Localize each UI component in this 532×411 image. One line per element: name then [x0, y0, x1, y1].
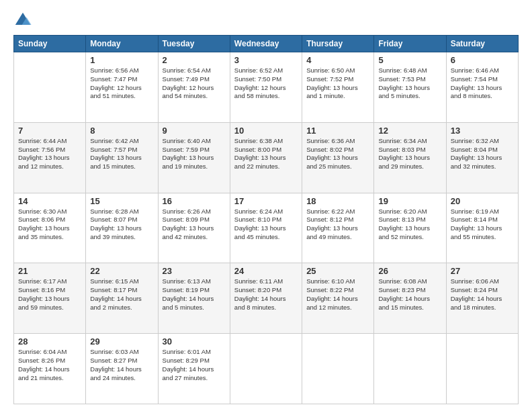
page: SundayMondayTuesdayWednesdayThursdayFrid… — [0, 0, 532, 411]
day-number: 11 — [306, 126, 369, 136]
day-info: Sunrise: 6:26 AM Sunset: 8:09 PM Dayligh… — [163, 208, 226, 242]
weekday-tuesday: Tuesday — [158, 36, 230, 52]
day-cell: 18Sunrise: 6:22 AM Sunset: 8:12 PM Dayli… — [302, 193, 374, 263]
day-number: 22 — [90, 266, 153, 276]
day-cell: 2Sunrise: 6:54 AM Sunset: 7:49 PM Daylig… — [158, 52, 230, 123]
day-number: 14 — [18, 196, 81, 206]
day-info: Sunrise: 6:30 AM Sunset: 8:06 PM Dayligh… — [18, 208, 81, 242]
day-info: Sunrise: 6:50 AM Sunset: 7:52 PM Dayligh… — [306, 66, 369, 101]
day-number: 16 — [163, 196, 226, 206]
day-cell: 4Sunrise: 6:50 AM Sunset: 7:52 PM Daylig… — [302, 52, 374, 123]
week-row-2: 7Sunrise: 6:44 AM Sunset: 7:56 PM Daylig… — [14, 122, 519, 193]
day-number: 25 — [306, 266, 369, 276]
day-cell: 30Sunrise: 6:01 AM Sunset: 8:29 PM Dayli… — [158, 334, 230, 404]
day-info: Sunrise: 6:06 AM Sunset: 8:24 PM Dayligh… — [451, 277, 514, 312]
day-info: Sunrise: 6:13 AM Sunset: 8:19 PM Dayligh… — [163, 277, 226, 312]
day-info: Sunrise: 6:19 AM Sunset: 8:14 PM Dayligh… — [451, 208, 514, 242]
day-cell: 17Sunrise: 6:24 AM Sunset: 8:10 PM Dayli… — [230, 193, 302, 263]
day-number: 30 — [163, 336, 226, 347]
day-info: Sunrise: 6:10 AM Sunset: 8:22 PM Dayligh… — [306, 277, 369, 312]
day-cell: 12Sunrise: 6:34 AM Sunset: 8:03 PM Dayli… — [374, 122, 446, 193]
day-cell: 23Sunrise: 6:13 AM Sunset: 8:19 PM Dayli… — [158, 263, 230, 334]
day-cell: 19Sunrise: 6:20 AM Sunset: 8:13 PM Dayli… — [374, 193, 446, 263]
day-cell: 25Sunrise: 6:10 AM Sunset: 8:22 PM Dayli… — [302, 263, 374, 334]
day-info: Sunrise: 6:34 AM Sunset: 8:03 PM Dayligh… — [378, 137, 441, 171]
logo — [13, 11, 35, 30]
weekday-header-row: SundayMondayTuesdayWednesdayThursdayFrid… — [14, 36, 519, 52]
day-number: 29 — [90, 336, 153, 347]
day-info: Sunrise: 6:42 AM Sunset: 7:57 PM Dayligh… — [90, 137, 153, 171]
day-cell: 10Sunrise: 6:38 AM Sunset: 8:00 PM Dayli… — [230, 122, 302, 193]
day-info: Sunrise: 6:11 AM Sunset: 8:20 PM Dayligh… — [234, 277, 298, 312]
day-info: Sunrise: 6:56 AM Sunset: 7:47 PM Dayligh… — [90, 66, 153, 101]
day-number: 23 — [163, 266, 226, 276]
day-cell: 16Sunrise: 6:26 AM Sunset: 8:09 PM Dayli… — [158, 193, 230, 263]
day-number: 28 — [18, 336, 81, 347]
day-cell: 26Sunrise: 6:08 AM Sunset: 8:23 PM Dayli… — [374, 263, 446, 334]
day-cell: 20Sunrise: 6:19 AM Sunset: 8:14 PM Dayli… — [446, 193, 518, 263]
day-cell: 28Sunrise: 6:04 AM Sunset: 8:26 PM Dayli… — [14, 334, 86, 404]
weekday-wednesday: Wednesday — [230, 36, 302, 52]
day-number: 26 — [378, 266, 441, 276]
day-number: 13 — [451, 126, 514, 136]
day-info: Sunrise: 6:04 AM Sunset: 8:26 PM Dayligh… — [18, 348, 81, 382]
day-cell: 13Sunrise: 6:32 AM Sunset: 8:04 PM Dayli… — [446, 122, 518, 193]
day-number: 8 — [90, 126, 153, 136]
day-cell: 9Sunrise: 6:40 AM Sunset: 7:59 PM Daylig… — [158, 122, 230, 193]
day-info: Sunrise: 6:15 AM Sunset: 8:17 PM Dayligh… — [90, 277, 153, 312]
day-number: 24 — [234, 266, 298, 276]
day-number: 9 — [163, 126, 226, 136]
header — [13, 11, 519, 30]
day-number: 20 — [451, 196, 514, 206]
day-cell — [302, 334, 374, 404]
day-info: Sunrise: 6:03 AM Sunset: 8:27 PM Dayligh… — [90, 348, 153, 382]
day-info: Sunrise: 6:40 AM Sunset: 7:59 PM Dayligh… — [163, 137, 226, 171]
day-info: Sunrise: 6:20 AM Sunset: 8:13 PM Dayligh… — [378, 208, 441, 242]
day-info: Sunrise: 6:36 AM Sunset: 8:02 PM Dayligh… — [306, 137, 369, 171]
week-row-1: 1Sunrise: 6:56 AM Sunset: 7:47 PM Daylig… — [14, 52, 519, 123]
day-cell: 22Sunrise: 6:15 AM Sunset: 8:17 PM Dayli… — [86, 263, 158, 334]
day-cell — [230, 334, 302, 404]
day-cell: 11Sunrise: 6:36 AM Sunset: 8:02 PM Dayli… — [302, 122, 374, 193]
day-cell: 6Sunrise: 6:46 AM Sunset: 7:54 PM Daylig… — [446, 52, 518, 123]
day-number: 6 — [451, 55, 514, 65]
day-info: Sunrise: 6:48 AM Sunset: 7:53 PM Dayligh… — [378, 66, 441, 101]
weekday-sunday: Sunday — [14, 36, 86, 52]
day-cell: 24Sunrise: 6:11 AM Sunset: 8:20 PM Dayli… — [230, 263, 302, 334]
day-info: Sunrise: 6:08 AM Sunset: 8:23 PM Dayligh… — [378, 277, 441, 312]
week-row-3: 14Sunrise: 6:30 AM Sunset: 8:06 PM Dayli… — [14, 193, 519, 263]
day-number: 3 — [234, 55, 298, 65]
day-cell: 3Sunrise: 6:52 AM Sunset: 7:50 PM Daylig… — [230, 52, 302, 123]
calendar-table: SundayMondayTuesdayWednesdayThursdayFrid… — [13, 35, 519, 404]
day-info: Sunrise: 6:28 AM Sunset: 8:07 PM Dayligh… — [90, 208, 153, 242]
day-info: Sunrise: 6:24 AM Sunset: 8:10 PM Dayligh… — [234, 208, 298, 242]
day-info: Sunrise: 6:52 AM Sunset: 7:50 PM Dayligh… — [234, 66, 298, 101]
day-number: 19 — [378, 196, 441, 206]
day-number: 17 — [234, 196, 298, 206]
day-number: 18 — [306, 196, 369, 206]
weekday-thursday: Thursday — [302, 36, 374, 52]
day-cell: 29Sunrise: 6:03 AM Sunset: 8:27 PM Dayli… — [86, 334, 158, 404]
day-cell — [374, 334, 446, 404]
day-info: Sunrise: 6:17 AM Sunset: 8:16 PM Dayligh… — [18, 277, 81, 312]
calendar: SundayMondayTuesdayWednesdayThursdayFrid… — [13, 35, 519, 404]
week-row-5: 28Sunrise: 6:04 AM Sunset: 8:26 PM Dayli… — [14, 334, 519, 404]
day-number: 15 — [90, 196, 153, 206]
day-info: Sunrise: 6:32 AM Sunset: 8:04 PM Dayligh… — [451, 137, 514, 171]
day-cell: 14Sunrise: 6:30 AM Sunset: 8:06 PM Dayli… — [14, 193, 86, 263]
day-number: 27 — [451, 266, 514, 276]
weekday-friday: Friday — [374, 36, 446, 52]
day-number: 4 — [306, 55, 369, 65]
day-info: Sunrise: 6:01 AM Sunset: 8:29 PM Dayligh… — [163, 348, 226, 382]
logo-icon — [13, 11, 32, 30]
day-info: Sunrise: 6:38 AM Sunset: 8:00 PM Dayligh… — [234, 137, 298, 171]
day-cell — [446, 334, 518, 404]
day-cell: 7Sunrise: 6:44 AM Sunset: 7:56 PM Daylig… — [14, 122, 86, 193]
weekday-monday: Monday — [86, 36, 158, 52]
day-info: Sunrise: 6:54 AM Sunset: 7:49 PM Dayligh… — [163, 66, 226, 101]
day-number: 5 — [378, 55, 441, 65]
day-cell — [14, 52, 86, 123]
day-number: 21 — [18, 266, 81, 276]
day-cell: 1Sunrise: 6:56 AM Sunset: 7:47 PM Daylig… — [86, 52, 158, 123]
day-info: Sunrise: 6:44 AM Sunset: 7:56 PM Dayligh… — [18, 137, 81, 171]
